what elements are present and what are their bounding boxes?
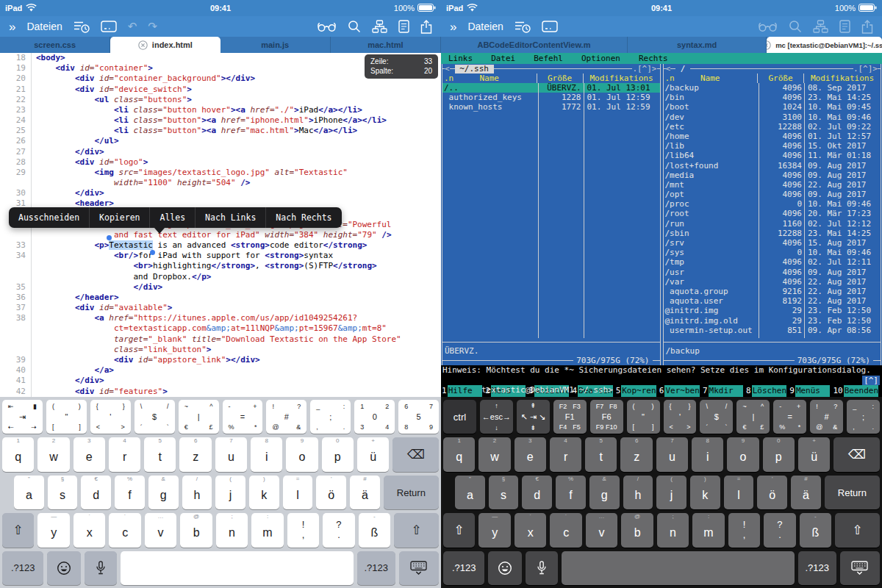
scrollback-indicator[interactable]: [^] (862, 376, 880, 385)
files-menu-button[interactable]: Dateien (467, 21, 503, 32)
tab-main.js[interactable]: main.js (220, 37, 331, 53)
file-row[interactable]: /sbin1228823. Mai 14:25 (664, 229, 881, 238)
multi-symbol-key[interactable]: 12034 (354, 400, 395, 434)
redo-icon[interactable]: ↷ (148, 20, 157, 33)
tab-index.html[interactable]: index.html (110, 37, 220, 53)
fkey-7[interactable]: 7Mkdir (702, 385, 743, 397)
close-tab-icon[interactable] (138, 40, 148, 50)
space-key[interactable] (562, 551, 795, 585)
file-row[interactable]: /bin409623. Mai 14:25 (664, 93, 881, 102)
size-column-header[interactable]: Größe (537, 74, 583, 83)
context-menu-item-alles[interactable]: Alles (150, 207, 196, 228)
context-menu-item-nach-rechts[interactable]: Nach Rechts (266, 207, 341, 228)
key-i[interactable]: 8i (692, 437, 723, 471)
tab-abcodeeditorcontentview.m[interactable]: ABCodeEditorContentView.m (441, 37, 628, 53)
key-b[interactable]: @b (621, 513, 653, 547)
key-l[interactable]: =l (283, 476, 313, 509)
context-menu-item-kopieren[interactable]: Kopieren (90, 207, 150, 228)
files-menu-button[interactable]: Dateien (26, 21, 62, 32)
key-p[interactable]: 0p (763, 437, 795, 471)
punctuation-key[interactable]: !, (287, 513, 319, 547)
key-d[interactable]: €d (81, 476, 111, 509)
panel-corner-controls[interactable]: .[^]> (853, 64, 878, 74)
multi-symbol-key[interactable]: !?#@& (810, 400, 843, 434)
file-row[interactable]: @initrd.img.old2923. Feb 12:50 (664, 316, 881, 326)
file-row[interactable]: /tmp409602. Jul 12:11 (664, 257, 881, 267)
multi-symbol-key[interactable]: \/$´` (700, 400, 733, 434)
key-v[interactable]: …v (145, 513, 176, 547)
file-row[interactable]: known_hosts177201. Jul 12:59 (442, 102, 660, 112)
file-row[interactable]: /usr409609. Aug 2017 (664, 268, 881, 277)
dictation-key[interactable] (85, 551, 116, 585)
emoji-key[interactable] (47, 551, 81, 585)
multi-symbol-key[interactable]: !?#@& (266, 400, 306, 434)
dismiss-keyboard-key[interactable] (840, 551, 880, 585)
multi-symbol-key[interactable]: {}'<> (664, 400, 697, 434)
ctrl-key[interactable]: ctrl (443, 400, 476, 434)
multi-symbol-key[interactable]: ()"[] (627, 400, 660, 434)
key-a[interactable]: "a (455, 476, 485, 509)
panel-corner-controls[interactable]: .[^]> (632, 64, 656, 74)
multi-symbol-key[interactable]: 67589 (398, 400, 439, 434)
dismiss-keyboard-key[interactable] (399, 551, 439, 585)
key-s[interactable]: §s (48, 476, 78, 509)
key-z[interactable]: 6z (620, 437, 652, 471)
key-k[interactable]: )k (249, 476, 279, 509)
key-g[interactable]: &g (148, 476, 179, 509)
file-row[interactable]: /lib64409611. Mär 01:18 (664, 151, 881, 160)
dictation-key[interactable] (526, 551, 557, 585)
file-row[interactable]: /srv409615. Aug 2017 (664, 238, 881, 248)
extra-keys-icon[interactable] (101, 21, 117, 32)
symbols-document-icon[interactable] (398, 20, 409, 33)
key-z[interactable]: 6z (179, 437, 211, 471)
key-i[interactable]: 8i (251, 437, 282, 471)
file-row[interactable]: /lib409615. Okt 2017 (664, 141, 881, 151)
file-row[interactable]: /backup409608. Sep 2017 (664, 83, 881, 93)
shift-key[interactable]: ⇧ (394, 513, 439, 547)
numbers-key[interactable]: .?123 (798, 551, 836, 585)
context-menu-item-nach-links[interactable]: Nach Links (196, 207, 266, 228)
key-ö[interactable]: 'ö (757, 476, 787, 509)
fkey-9[interactable]: 9Menüs (789, 385, 830, 397)
sort-indicator[interactable]: .n (444, 74, 453, 83)
mc-menu-rechts[interactable]: Rechts (639, 54, 668, 63)
file-row[interactable]: /home409601. Jul 12:57 (664, 132, 881, 141)
size-column-header[interactable]: Größe (757, 74, 803, 83)
key-m[interactable]: :m (251, 513, 283, 547)
shift-key[interactable]: ⇧ (443, 513, 475, 547)
close-tab-icon[interactable] (767, 40, 771, 50)
key-l[interactable]: =l (724, 476, 754, 509)
key-ß[interactable]: -ß (359, 513, 390, 547)
panel-path[interactable]: ~/.ssh (455, 65, 494, 74)
sort-indicator[interactable]: .n (665, 74, 675, 83)
key-k[interactable]: )k (690, 476, 720, 509)
punctuation-key[interactable]: ?. (323, 513, 354, 547)
key-t[interactable]: 5t (144, 437, 176, 471)
backspace-key[interactable]: ⌫ (833, 437, 880, 471)
key-q[interactable]: 1q (2, 437, 34, 471)
tab-screen.css[interactable]: screen.css (0, 37, 110, 53)
file-row[interactable]: /media409609. Aug 2017 (664, 171, 881, 180)
key-h[interactable]: /h (182, 476, 212, 509)
recent-files-icon[interactable] (74, 21, 90, 33)
key-c[interactable]: ´c (109, 513, 140, 547)
file-row[interactable]: authorized_keys122801. Jul 12:59 (442, 93, 660, 102)
modified-column-header[interactable]: Modifikations (583, 74, 660, 83)
key-b[interactable]: @b (180, 513, 212, 547)
fkey-10[interactable]: 10Beenden (832, 385, 878, 397)
file-row[interactable]: /run116002. Jul 12:12 (664, 219, 881, 229)
key-v[interactable]: …v (586, 513, 617, 547)
file-row[interactable]: /etc1228802. Jul 09:22 (664, 122, 881, 132)
fkey-5[interactable]: 5Kop~ren (615, 385, 656, 397)
multi-symbol-key[interactable]: F2F3F1F4F5 (553, 400, 587, 434)
key-n[interactable]: ;n (216, 513, 248, 547)
return-key[interactable]: Return (384, 476, 439, 509)
key-ß[interactable]: -ß (800, 513, 831, 547)
multi-symbol-key[interactable]: F7F8F6F9F10 (590, 400, 623, 434)
key-g[interactable]: &g (589, 476, 620, 509)
key-e[interactable]: 3e (514, 437, 546, 471)
multi-symbol-key[interactable]: ~^|€£ (736, 400, 770, 434)
file-row[interactable]: /sys010. Mai 09:46 (664, 248, 881, 257)
code-editor[interactable]: 18<body>19 <div id="container">20 <div i… (0, 53, 441, 397)
key-ü[interactable]: +ü (798, 437, 830, 471)
